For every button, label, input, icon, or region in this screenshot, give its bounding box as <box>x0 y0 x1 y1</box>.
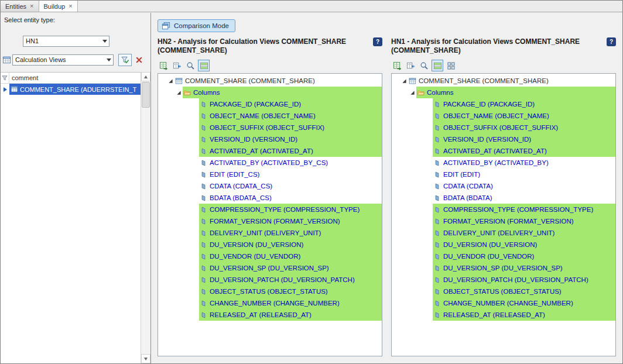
tree-column-row[interactable]: DU_VERSION (DU_VERSION) <box>158 239 382 250</box>
view-type-select[interactable]: Calculation Views <box>12 54 114 66</box>
panel-hn1: HN1 - Analysis for Calculation Views COM… <box>391 37 616 356</box>
tree-column-row[interactable]: DU_VERSION (DU_VERSION) <box>392 239 615 250</box>
column-icon <box>200 253 207 260</box>
system-select[interactable]: HN1 <box>23 36 109 47</box>
tree-column-row[interactable]: PACKAGE_ID (PACKAGE_ID) <box>392 98 615 110</box>
tree-column-row[interactable]: FORMAT_VERSION (FORMAT_VERSION) <box>392 215 615 227</box>
clear-filter-button[interactable] <box>134 55 144 65</box>
tree-column-row[interactable]: FORMAT_VERSION (FORMAT_VERSION) <box>158 215 382 227</box>
tree-column-row[interactable]: VERSION_ID (VERSION_ID) <box>392 133 615 145</box>
tree-column-row[interactable]: OBJECT_SUFFIX (OBJECT_SUFFIX) <box>392 122 615 133</box>
scroll-down-button[interactable] <box>141 354 150 363</box>
tree-column-row[interactable]: DU_VERSION_SP (DU_VERSION_SP) <box>158 262 382 274</box>
tree-column-row[interactable]: OBJECT_STATUS (OBJECT_STATUS) <box>392 286 615 297</box>
column-icon <box>433 136 441 143</box>
export-excel-button[interactable] <box>391 60 403 71</box>
export-excel-button[interactable] <box>158 60 169 71</box>
entity-table-header[interactable]: comment <box>1 73 141 84</box>
tree-row-highlight: DU_VERSION_SP (DU_VERSION_SP) <box>199 262 382 274</box>
expand-toggle-icon[interactable] <box>409 90 416 95</box>
layout-grid-button[interactable] <box>445 60 457 71</box>
zoom-button[interactable] <box>418 60 430 71</box>
tree-row-label: CDATA (CDATA_CS) <box>210 183 272 190</box>
sidebar: Select entity type: HN1 Calculation View… <box>1 13 151 363</box>
tree-column-row[interactable]: ACTIVATED_BY (ACTIVATED_BY_CS) <box>158 157 382 169</box>
tree-column-row[interactable]: OBJECT_STATUS (OBJECT_STATUS) <box>158 286 382 297</box>
tree-row-label: VERSION_ID (VERSION_ID) <box>443 136 531 143</box>
chevron-down-icon[interactable] <box>100 36 109 46</box>
zoom-icon <box>420 61 429 70</box>
tree-row-label: DU_VERSION_PATCH (DU_VERSION_PATCH) <box>210 276 355 283</box>
tree-root-row[interactable]: COMMENT_SHARE (COMMENT_SHARE) <box>158 75 382 87</box>
tree-column-row[interactable]: RELEASED_AT (RELEASED_AT) <box>158 309 382 321</box>
tree-column-row[interactable]: DELIVERY_UNIT (DELIVERY_UNIT) <box>158 227 382 239</box>
tree-column-row[interactable]: ACTIVATED_BY (ACTIVATED_BY) <box>392 157 615 169</box>
zoom-button[interactable] <box>184 60 196 71</box>
tree-column-row[interactable]: COMPRESSION_TYPE (COMPRESSION_TYPE) <box>158 204 382 215</box>
export-table-button[interactable] <box>405 60 416 71</box>
scroll-up-button[interactable] <box>141 72 150 81</box>
tree-column-row[interactable]: OBJECT_NAME (OBJECT_NAME) <box>158 110 382 122</box>
tree-row-highlight: DU_VERSION_PATCH (DU_VERSION_PATCH) <box>199 274 382 286</box>
column-icon <box>200 159 207 167</box>
tree-row-label: DU_VERSION_SP (DU_VERSION_SP) <box>443 265 563 272</box>
column-header-comment[interactable]: comment <box>9 73 141 83</box>
tree-row-label: COMPRESSION_TYPE (COMPRESSION_TYPE) <box>210 206 360 213</box>
tree-column-row[interactable]: DU_VERSION_PATCH (DU_VERSION_PATCH) <box>158 274 382 286</box>
tree-column-row[interactable]: CDATA (CDATA) <box>392 180 615 192</box>
tree-column-row[interactable]: OBJECT_NAME (OBJECT_NAME) <box>392 110 615 122</box>
expand-toggle-icon[interactable] <box>175 90 183 95</box>
tree-row-highlight: OBJECT_STATUS (OBJECT_STATUS) <box>199 286 382 297</box>
tree-column-row[interactable]: DU_VERSION_PATCH (DU_VERSION_PATCH) <box>392 274 615 286</box>
tree-column-row[interactable]: CDATA (CDATA_CS) <box>158 180 382 192</box>
close-icon[interactable]: × <box>30 3 33 9</box>
apply-filter-button[interactable] <box>118 54 132 66</box>
chevron-down-icon[interactable] <box>104 55 113 65</box>
clear-red-x-icon <box>135 56 143 64</box>
tree-column-row[interactable]: CHANGE_NUMBER (CHANGE_NUMBER) <box>158 297 382 309</box>
tree-column-row[interactable]: BDATA (BDATA_CS) <box>158 192 382 204</box>
help-icon[interactable]: ? <box>373 37 382 46</box>
tree-column-row[interactable]: DU_VERSION_SP (DU_VERSION_SP) <box>392 262 615 274</box>
tree-folder-row[interactable]: Columns <box>158 87 382 98</box>
tab-buildup[interactable]: Buildup × <box>39 1 78 12</box>
highlight-differences-button[interactable] <box>432 60 443 71</box>
selected-entity-cell[interactable]: COMMENT_SHARE (ADUERRSTEIN_T <box>9 84 141 95</box>
column-icon <box>200 112 207 120</box>
tree-column-row[interactable]: DELIVERY_UNIT (DELIVERY_UNIT) <box>392 227 615 239</box>
tree-column-row[interactable]: RELEASED_AT (RELEASED_AT) <box>392 309 615 321</box>
comparison-mode-button[interactable]: Comparison Mode <box>158 19 235 32</box>
tab-entities[interactable]: Entities × <box>1 1 39 12</box>
tree-column-row[interactable]: COMPRESSION_TYPE (COMPRESSION_TYPE) <box>392 204 615 215</box>
tree-row-highlight: DU_VERSION (DU_VERSION) <box>433 239 615 250</box>
tree-column-row[interactable]: PACKAGE_ID (PACKAGE_ID) <box>158 98 382 110</box>
tree-row-highlight: DELIVERY_UNIT (DELIVERY_UNIT) <box>433 227 615 239</box>
tree-column-row[interactable]: OBJECT_SUFFIX (OBJECT_SUFFIX) <box>158 122 382 133</box>
tree-column-row[interactable]: DU_VENDOR (DU_VENDOR) <box>392 250 615 262</box>
tree-column-row[interactable]: ACTIVATED_AT (ACTIVATED_AT) <box>392 145 615 157</box>
export-table-button[interactable] <box>171 60 183 71</box>
filter-row-cell[interactable] <box>1 73 9 83</box>
tree-column-row[interactable]: EDIT (EDIT_CS) <box>158 169 382 180</box>
help-icon[interactable]: ? <box>607 37 616 46</box>
scrollbar-thumb[interactable] <box>142 82 150 108</box>
highlight-differences-button[interactable] <box>198 60 210 71</box>
tree-column-row[interactable]: DU_VENDOR (DU_VENDOR) <box>158 250 382 262</box>
panel-header: HN1 - Analysis for Calculation Views COM… <box>391 37 616 55</box>
column-icon <box>200 147 207 155</box>
tree-column-row[interactable]: CHANGE_NUMBER (CHANGE_NUMBER) <box>392 297 615 309</box>
main-area: Comparison Mode HN2 - Analysis for Calcu… <box>152 13 622 363</box>
expand-toggle-icon[interactable] <box>167 78 174 84</box>
table-row[interactable]: COMMENT_SHARE (ADUERRSTEIN_T <box>1 84 141 95</box>
tree-row-highlight: BDATA (BDATA_CS) <box>199 192 382 204</box>
tree-column-row[interactable]: BDATA (BDATA) <box>392 192 615 204</box>
tree-column-row[interactable]: VERSION_ID (VERSION_ID) <box>158 133 382 145</box>
sidebar-scrollbar[interactable] <box>141 72 150 363</box>
tree-folder-row[interactable]: Columns <box>392 87 615 98</box>
tree-column-row[interactable]: ACTIVATED_AT (ACTIVATED_AT) <box>158 145 382 157</box>
tree-row-highlight: VERSION_ID (VERSION_ID) <box>199 133 382 145</box>
expand-toggle-icon[interactable] <box>400 78 408 84</box>
close-icon[interactable]: × <box>69 3 72 9</box>
tree-column-row[interactable]: EDIT (EDIT) <box>392 169 615 180</box>
tree-root-row[interactable]: COMMENT_SHARE (COMMENT_SHARE) <box>392 75 615 87</box>
